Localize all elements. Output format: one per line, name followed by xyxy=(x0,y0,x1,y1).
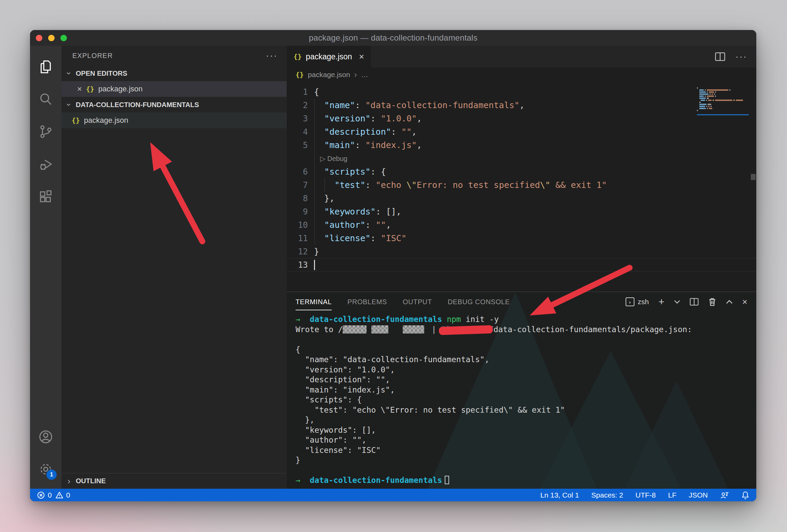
split-editor-icon[interactable] xyxy=(715,52,725,61)
terminal-line: "version": "1.0.0", xyxy=(296,365,756,375)
close-editor-icon[interactable]: × xyxy=(77,84,82,94)
settings-gear-icon[interactable]: 1 xyxy=(30,453,61,485)
line-number: 12 xyxy=(287,247,308,256)
line-number: 10 xyxy=(287,220,308,230)
terminal-line: "scripts": { xyxy=(296,395,756,405)
line-number: 5 xyxy=(287,141,308,150)
code-lines: 1{2 "name": "data-collection-fundamental… xyxy=(287,85,756,271)
tab-label: package.json xyxy=(306,52,352,61)
account-icon[interactable] xyxy=(30,420,61,453)
errors-indicator[interactable]: 0 xyxy=(37,491,52,499)
redaction-mosaic xyxy=(343,325,367,334)
breadcrumb-file[interactable]: package.json xyxy=(308,71,350,79)
codelens-debug[interactable]: ▷ Debug xyxy=(287,152,756,165)
code-line: 7 "test": "echo \"Error: no test specifi… xyxy=(287,178,756,192)
scrollbar-thumb[interactable] xyxy=(751,174,756,180)
terminal-line: "name": "data-collection-fundamentals", xyxy=(296,355,756,365)
terminal-line: "license": "ISC" xyxy=(296,445,756,456)
code-line: 10 "author": "", xyxy=(287,218,756,232)
new-terminal-icon[interactable]: + xyxy=(658,296,664,308)
settings-badge: 1 xyxy=(46,470,57,480)
terminal-cursor xyxy=(445,476,449,484)
tab-package-json[interactable]: {} package.json × xyxy=(287,46,371,68)
code-line: 4 "description": "", xyxy=(287,125,756,138)
tab-terminal[interactable]: TERMINAL xyxy=(296,292,332,312)
outline-section[interactable]: › OUTLINE xyxy=(61,473,287,489)
feedback-icon[interactable] xyxy=(720,491,729,500)
chevron-right-icon: › xyxy=(66,476,72,486)
terminal-line: { xyxy=(296,345,756,355)
line-number: 4 xyxy=(287,127,308,137)
breadcrumb[interactable]: {} package.json › … xyxy=(287,68,756,82)
folder-section[interactable]: › DATA-COLLECTION-FUNDAMENTALS xyxy=(61,97,287,113)
eol-sequence[interactable]: LF xyxy=(668,491,676,499)
split-terminal-icon[interactable] xyxy=(690,298,699,306)
json-file-icon: {} xyxy=(296,71,304,79)
breadcrumb-more[interactable]: … xyxy=(361,71,368,79)
panel-header: TERMINAL PROBLEMS OUTPUT DEBUG CONSOLE ›… xyxy=(287,292,756,312)
text-cursor xyxy=(314,260,315,270)
source-control-icon[interactable] xyxy=(30,115,61,148)
shell-label: zsh xyxy=(638,298,649,306)
explorer-more-actions-icon[interactable]: ··· xyxy=(266,54,278,57)
tab-output[interactable]: OUTPUT xyxy=(403,292,432,312)
run-debug-icon[interactable] xyxy=(30,148,61,180)
open-editor-package-json[interactable]: × {} package.json xyxy=(61,81,287,97)
indentation[interactable]: Spaces: 2 xyxy=(591,491,623,499)
terminal-line: "description": "", xyxy=(296,375,756,385)
line-number: 9 xyxy=(287,207,308,217)
line-number: 8 xyxy=(287,194,308,203)
terminal-output[interactable]: → data-collection-fundamentals npm init … xyxy=(287,312,756,486)
minimize-window-button[interactable] xyxy=(48,35,55,41)
code-line: 3 "version": "1.0.0", xyxy=(287,112,756,125)
close-panel-icon[interactable]: × xyxy=(742,297,747,307)
code-line: 9 "keywords": [], xyxy=(287,205,756,218)
language-mode[interactable]: JSON xyxy=(689,491,708,499)
tab-debug-console[interactable]: DEBUG CONSOLE xyxy=(448,292,510,312)
terminal-line: "main": "index.js", xyxy=(296,385,756,395)
file-label: package.json xyxy=(84,116,128,125)
chevron-up-icon[interactable] xyxy=(726,300,733,304)
tab-problems[interactable]: PROBLEMS xyxy=(347,292,387,312)
window-controls xyxy=(36,30,67,46)
chevron-down-icon: › xyxy=(64,101,74,108)
minimap[interactable] xyxy=(697,87,749,115)
explorer-icon[interactable] xyxy=(30,50,61,83)
line-number: 2 xyxy=(287,101,308,110)
terminal-line: Wrote to / ⎸Playground/data-collection-f… xyxy=(296,325,756,335)
chevron-down-icon[interactable] xyxy=(674,300,680,304)
redaction-mosaic xyxy=(403,325,424,334)
bell-icon[interactable] xyxy=(741,491,749,500)
title-bar[interactable]: package.json — data-collection-fundament… xyxy=(30,30,756,46)
activity-bar: 1 xyxy=(30,46,61,489)
tree-item-package-json[interactable]: {} package.json xyxy=(61,113,287,128)
code-line: 2 "name": "data-collection-fundamentals"… xyxy=(287,99,756,112)
redaction-mosaic xyxy=(371,325,388,334)
terminal-line: } xyxy=(296,455,756,466)
explorer-sidebar: EXPLORER ··· › OPEN EDITORS × {} package… xyxy=(61,46,287,489)
terminal-line xyxy=(296,466,756,476)
close-tab-icon[interactable]: × xyxy=(359,51,364,62)
warnings-indicator[interactable]: 0 xyxy=(55,491,70,499)
chevron-right-icon: › xyxy=(354,70,357,79)
trash-icon[interactable] xyxy=(708,297,716,306)
code-line: 11 "license": "ISC" xyxy=(287,232,756,245)
chevron-down-icon: › xyxy=(64,70,74,77)
shell-selector[interactable]: › zsh xyxy=(626,297,649,306)
open-editors-section[interactable]: › OPEN EDITORS xyxy=(61,65,287,81)
search-icon[interactable] xyxy=(30,83,61,115)
terminal-line: "test": "echo \"Error: no test specified… xyxy=(296,405,756,415)
line-number: 3 xyxy=(287,114,308,123)
window-title: package.json — data-collection-fundament… xyxy=(309,33,477,43)
editor-more-actions-icon[interactable]: ··· xyxy=(735,55,747,58)
close-window-button[interactable] xyxy=(36,35,42,41)
minimap-current-line xyxy=(697,114,749,115)
code-line: 5 "main": "index.js", xyxy=(287,138,756,152)
code-editor[interactable]: 1{2 "name": "data-collection-fundamental… xyxy=(287,82,756,292)
encoding[interactable]: UTF-8 xyxy=(635,491,656,499)
extensions-icon[interactable] xyxy=(30,180,61,212)
cursor-position[interactable]: Ln 13, Col 1 xyxy=(540,491,579,499)
maximize-window-button[interactable] xyxy=(60,35,67,41)
terminal-line: "keywords": [], xyxy=(296,425,756,435)
json-file-icon: {} xyxy=(86,85,94,93)
